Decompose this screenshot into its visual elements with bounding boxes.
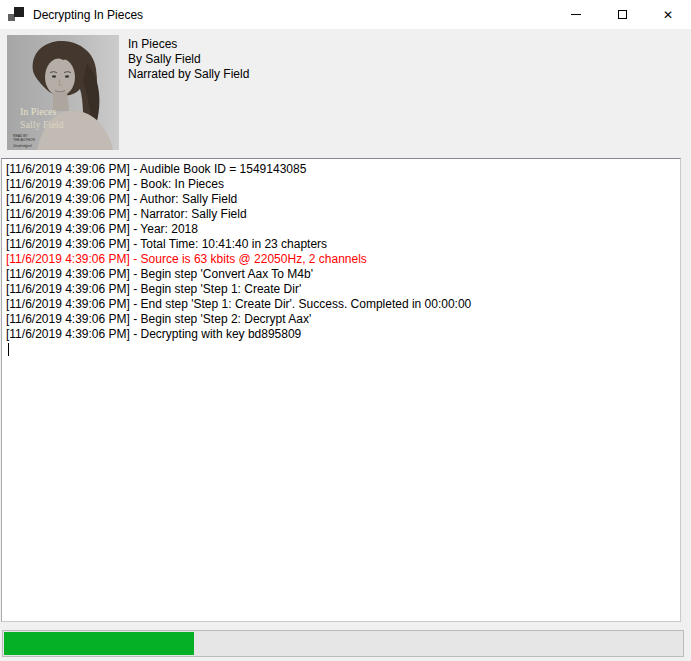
progress-bar <box>2 630 684 657</box>
log-line: [11/6/2019 4:39:06 PM] - End step 'Step … <box>6 297 676 312</box>
maximize-icon <box>618 10 627 19</box>
log-line: [11/6/2019 4:39:06 PM] - Begin step 'Con… <box>6 267 676 282</box>
titlebar[interactable]: Decrypting In Pieces ✕ <box>0 0 691 29</box>
log-line: [11/6/2019 4:39:06 PM] - Audible Book ID… <box>6 162 676 177</box>
cover-author-text: Sally Field <box>20 119 64 130</box>
close-button[interactable]: ✕ <box>645 0 691 29</box>
cover-badge-line2: THE AUTHOR <box>13 138 35 142</box>
progress-fill <box>4 632 194 655</box>
cover-badge-line3: Unabridged <box>13 144 33 148</box>
log-line: [11/6/2019 4:39:06 PM] - Source is 63 kb… <box>6 252 676 267</box>
app-icon[interactable] <box>8 7 24 22</box>
log-line: [11/6/2019 4:39:06 PM] - Year: 2018 <box>6 222 676 237</box>
minimize-icon <box>571 14 581 15</box>
window-controls: ✕ <box>553 0 691 29</box>
log-line: [11/6/2019 4:39:06 PM] - Total Time: 10:… <box>6 237 676 252</box>
maximize-button[interactable] <box>599 0 645 29</box>
log-line: [11/6/2019 4:39:06 PM] - Narrator: Sally… <box>6 207 676 222</box>
cover-art: In Pieces Sally Field READ BY THE AUTHOR… <box>7 35 119 150</box>
close-icon: ✕ <box>663 9 673 21</box>
cover-title-text: In Pieces <box>20 106 56 117</box>
book-author: By Sally Field <box>128 52 249 67</box>
log-line: [11/6/2019 4:39:06 PM] - Book: In Pieces <box>6 177 676 192</box>
log-line: [11/6/2019 4:39:06 PM] - Decrypting with… <box>6 327 676 342</box>
log-line: [11/6/2019 4:39:06 PM] - Begin step 'Ste… <box>6 282 676 297</box>
window-title: Decrypting In Pieces <box>33 8 143 22</box>
log-line: [11/6/2019 4:39:06 PM] - Begin step 'Ste… <box>6 312 676 327</box>
minimize-button[interactable] <box>553 0 599 29</box>
log-line: [11/6/2019 4:39:06 PM] - Author: Sally F… <box>6 192 676 207</box>
book-cover-image: In Pieces Sally Field READ BY THE AUTHOR… <box>7 35 119 150</box>
book-title: In Pieces <box>128 37 249 52</box>
face-shape <box>45 58 75 96</box>
text-caret <box>8 343 9 356</box>
log-textbox[interactable]: [11/6/2019 4:39:06 PM] - Audible Book ID… <box>1 158 681 622</box>
book-narrator: Narrated by Sally Field <box>128 67 249 82</box>
app-icon-square-large <box>14 7 24 17</box>
book-info: In Pieces By Sally Field Narrated by Sal… <box>128 37 249 82</box>
